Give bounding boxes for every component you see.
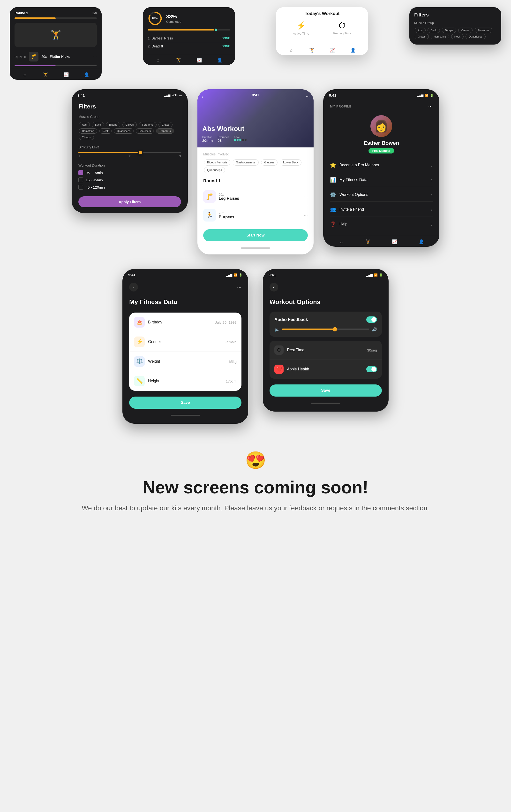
tag-quadriceps-mini[interactable]: Quadriceps: [465, 34, 485, 39]
workout-options-icon: ⚙️: [330, 192, 336, 198]
profile-nav[interactable]: 👤: [84, 72, 90, 78]
birthday-icon: 🎂: [134, 317, 145, 327]
apply-filters-btn[interactable]: Apply Filters: [79, 196, 181, 207]
wifi-icon: WiFi: [172, 94, 178, 97]
profile-nav-active[interactable]: 👤: [418, 239, 424, 245]
more-icon[interactable]: ···: [93, 54, 97, 59]
ex1-more[interactable]: ···: [304, 194, 308, 200]
ex1-thumb: 🦵: [203, 190, 216, 203]
home-nav[interactable]: ⌂: [22, 72, 28, 78]
profile-nav-2[interactable]: 👤: [217, 57, 222, 63]
exercise2-status: DONE: [222, 45, 230, 48]
help-item[interactable]: ❓ Help ›: [330, 218, 432, 231]
tag-neck-mini[interactable]: Neck: [451, 34, 463, 39]
tag-hamstring-mini[interactable]: Hamstring: [431, 34, 449, 39]
tag-biceps[interactable]: Biceps: [106, 122, 120, 127]
apple-health-row: ❤️ Apple Health: [270, 360, 382, 379]
apple-health-toggle[interactable]: [366, 366, 377, 372]
tag-trapezius[interactable]: Trapezius: [156, 128, 174, 134]
percent-label: 83%: [152, 17, 158, 20]
completed-label: Completed: [166, 20, 181, 24]
tag-quadriceps[interactable]: Quadriceps: [114, 128, 133, 134]
tag-forearms[interactable]: Forearms: [139, 122, 156, 127]
fitness-save-btn[interactable]: Save: [129, 397, 241, 409]
muscle-tag-3[interactable]: Gluteus: [261, 159, 277, 166]
tag-calves-mini[interactable]: Calves: [458, 28, 473, 33]
ex2-more[interactable]: ···: [304, 212, 308, 218]
rest-time-icon: ⏱: [274, 346, 283, 355]
top-row: Round 1 3/6 🏋️ Up Next 🦵 20x Flutter Kic…: [0, 0, 511, 82]
workout-name: Abs Workout: [202, 125, 309, 133]
vol-slider-thumb[interactable]: [333, 327, 337, 331]
birthday-val: July 26, 1993: [215, 320, 237, 324]
back-btn-abs[interactable]: ‹: [201, 93, 203, 100]
weight-icon: ⚖️: [134, 356, 145, 367]
muscle-tag-1[interactable]: Biceps Femoris: [204, 159, 230, 166]
invite-item[interactable]: 👥 Invite a Friend ›: [330, 203, 432, 216]
tag-shoulders[interactable]: Shoulders: [136, 128, 154, 134]
tag-glutes[interactable]: Glutes: [158, 122, 173, 127]
rest-time-val: 30seg: [367, 348, 377, 352]
muscle-tag-5[interactable]: Quadriceps: [204, 167, 225, 173]
tag-glutes-mini[interactable]: Glutes: [415, 34, 429, 39]
chart-nav-2[interactable]: 📈: [196, 57, 202, 63]
more-btn-abs[interactable]: ···: [306, 93, 310, 99]
exercise1-label: Barbeel Press: [151, 36, 173, 40]
tag-hamstring[interactable]: Hamstring: [79, 128, 97, 134]
fitness-data-label: My Fitness Data: [339, 178, 367, 182]
duration-opt-1[interactable]: ✓ 05 - 15min: [79, 170, 181, 175]
back-btn-wo[interactable]: ‹: [270, 283, 278, 291]
workout-options-item[interactable]: ⚙️ Workout Options ›: [330, 188, 432, 202]
audio-toggle[interactable]: [366, 316, 377, 323]
start-now-btn[interactable]: Start Now: [203, 229, 308, 241]
tag-forearms-mini[interactable]: Forearms: [475, 28, 492, 33]
todays-workout-title: Today's Workout: [281, 11, 363, 16]
fd-options-icon[interactable]: ···: [237, 284, 241, 290]
home-nav-2[interactable]: ⌂: [155, 57, 161, 63]
bottom-nav-1: ⌂ 🏋 📈 👤: [10, 69, 101, 80]
tag-calves[interactable]: Calves: [122, 122, 137, 127]
duration-opt-2[interactable]: 15 - 45min: [79, 177, 181, 182]
diff-mid: 2: [129, 154, 130, 158]
tag-abs-mini[interactable]: Abs: [415, 28, 426, 33]
workout-options-save-btn[interactable]: Save: [270, 384, 382, 397]
filters-status-time: 9:41: [78, 93, 85, 97]
chart-nav-3[interactable]: 📈: [330, 47, 335, 53]
profile-nav-3[interactable]: 👤: [350, 47, 356, 53]
help-label: Help: [339, 222, 348, 226]
dumbbell-nav-p[interactable]: 🏋: [365, 239, 371, 245]
muscle-tag-4[interactable]: Lower Back: [280, 159, 301, 166]
tag-triceps[interactable]: Triceps: [79, 135, 94, 140]
workout-options-title: Workout Options: [270, 298, 382, 306]
tag-biceps-mini[interactable]: Biceps: [442, 28, 456, 33]
tag-back-mini[interactable]: Back: [427, 28, 440, 33]
filters-title: Filters: [79, 103, 181, 110]
become-pro-item[interactable]: ⭐ Become a Pro Member ›: [330, 158, 432, 172]
duration-label-abs: Duration: [202, 136, 213, 139]
chart-nav-active[interactable]: 📈: [63, 72, 69, 78]
tag-neck[interactable]: Neck: [99, 128, 112, 134]
birthday-label: Birthday: [148, 320, 212, 324]
home-nav-3[interactable]: ⌂: [289, 47, 294, 53]
difficulty-slider-thumb[interactable]: [138, 150, 143, 155]
duration-opt-3[interactable]: 45 - 120min: [79, 185, 181, 190]
up-next-label: Up Next: [14, 55, 26, 59]
resting-time-label: Resting Time: [333, 31, 351, 35]
home-nav-p[interactable]: ⌂: [338, 239, 344, 245]
tag-back[interactable]: Back: [92, 122, 104, 127]
exercises-label: Exercises: [217, 136, 229, 139]
screen-todays-workout: Today's Workout ⚡ Active Time ⏱ Resting …: [276, 7, 368, 55]
profile-bottom-nav: ⌂ 🏋 📈 👤: [323, 236, 440, 247]
chart-nav-p[interactable]: 📈: [392, 239, 397, 245]
tag-abs[interactable]: Abs: [79, 122, 90, 127]
profile-options-icon[interactable]: ···: [428, 103, 432, 110]
dumbbell-nav-3[interactable]: 🏋: [309, 47, 315, 53]
dumbbell-nav[interactable]: 🏋: [42, 72, 49, 78]
muscle-tag-2[interactable]: Gastrocnemius: [233, 159, 259, 166]
dumbbell-nav-2[interactable]: 🏋: [176, 57, 181, 63]
abs-status-time: 9:41: [252, 93, 259, 97]
back-btn-fd[interactable]: ‹: [129, 283, 138, 291]
star-icon: ⭐: [330, 162, 336, 168]
fitness-data-item[interactable]: 📊 My Fitness Data ›: [330, 173, 432, 187]
exercise-label: Flutter Kicks: [50, 55, 70, 59]
